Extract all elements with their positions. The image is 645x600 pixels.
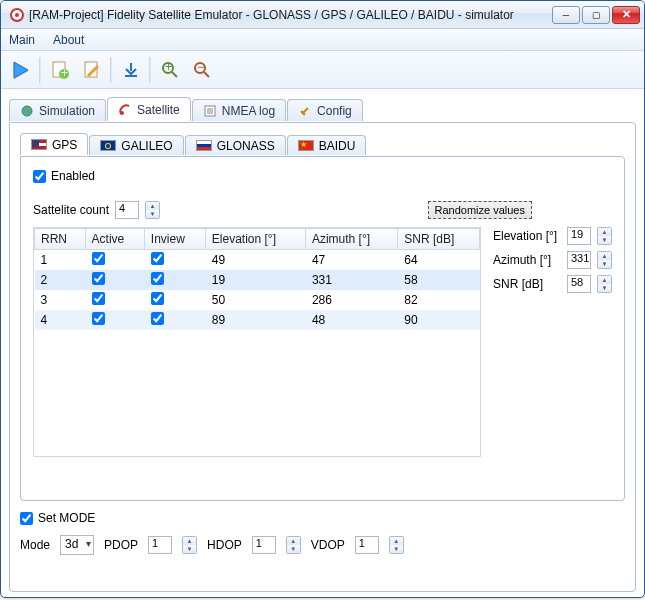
set-mode-checkbox[interactable]: Set MODE — [20, 511, 625, 525]
svg-point-1 — [15, 13, 19, 17]
inview-checkbox[interactable] — [151, 292, 164, 305]
separator — [110, 57, 113, 83]
gps-panel: Enabled Sattelite count 4 ▲▼ Randomize v… — [20, 156, 625, 501]
titlebar: [RAM-Project] Fidelity Satellite Emulato… — [1, 1, 644, 29]
svg-rect-8 — [125, 75, 137, 77]
mode-section: Set MODE Mode 3d PDOP 1▲▼ HDOP 1▲▼ VDOP … — [20, 511, 625, 555]
zoom-out-button[interactable]: − — [188, 56, 216, 84]
subtab-glonass[interactable]: GLONASS — [185, 135, 286, 155]
menubar: Main About — [1, 29, 644, 51]
toolbar: + + − — [1, 51, 644, 89]
inview-checkbox[interactable] — [151, 252, 164, 265]
elev-spinner[interactable]: ▲▼ — [597, 227, 612, 245]
minimize-button[interactable]: ─ — [552, 6, 580, 24]
zoom-in-button[interactable]: + — [156, 56, 184, 84]
satcount-spinner[interactable]: ▲▼ — [145, 201, 160, 219]
tab-config[interactable]: Config — [287, 99, 363, 121]
svg-line-13 — [204, 72, 209, 77]
satellite-icon — [118, 103, 132, 117]
inview-checkbox[interactable] — [151, 272, 164, 285]
tab-simulation[interactable]: Simulation — [9, 99, 106, 121]
new-doc-button[interactable]: + — [46, 56, 74, 84]
svg-text:−: − — [197, 60, 204, 74]
az-spinner[interactable]: ▲▼ — [597, 251, 612, 269]
close-button[interactable]: ✕ — [612, 6, 640, 24]
simulation-icon — [20, 104, 34, 118]
mode-label: Mode — [20, 538, 50, 552]
maximize-button[interactable]: ▢ — [582, 6, 610, 24]
snr-input[interactable]: 58 — [567, 275, 591, 293]
play-button[interactable] — [7, 56, 35, 84]
tab-nmea[interactable]: NMEA log — [192, 99, 286, 121]
satcount-input[interactable]: 4 — [115, 201, 139, 219]
us-flag-icon — [31, 139, 47, 150]
edit-doc-button[interactable] — [78, 56, 106, 84]
ru-flag-icon — [196, 140, 212, 151]
main-tabs: Simulation Satellite NMEA log Config — [9, 97, 636, 122]
col-rrn[interactable]: RRN — [35, 229, 86, 250]
tab-satellite[interactable]: Satellite — [107, 97, 191, 121]
config-icon — [298, 104, 312, 118]
separator — [149, 57, 152, 83]
svg-text:+: + — [165, 60, 172, 74]
vdop-label: VDOP — [311, 538, 345, 552]
hdop-input[interactable]: 1 — [252, 536, 276, 554]
col-snr[interactable]: SNR [dB] — [398, 229, 480, 250]
subtab-galileo[interactable]: GALILEO — [89, 135, 183, 155]
menu-about[interactable]: About — [53, 33, 84, 47]
col-active[interactable]: Active — [85, 229, 144, 250]
hdop-spinner[interactable]: ▲▼ — [286, 536, 301, 554]
app-icon — [9, 7, 25, 23]
active-checkbox[interactable] — [92, 272, 105, 285]
table-row[interactable]: 4894890 — [35, 310, 480, 330]
constellation-tabs: GPS GALILEO GLONASS BAIDU — [20, 133, 625, 156]
log-icon — [203, 104, 217, 118]
cn-flag-icon — [298, 140, 314, 151]
table-row[interactable]: 1494764 — [35, 250, 480, 271]
satellite-detail: Elevation [°]19▲▼ Azimuth [°]331▲▼ SNR [… — [493, 227, 612, 457]
download-button[interactable] — [117, 56, 145, 84]
subtab-gps[interactable]: GPS — [20, 133, 88, 155]
col-az[interactable]: Azimuth [°] — [305, 229, 397, 250]
separator — [39, 57, 42, 83]
subtab-baidu[interactable]: BAIDU — [287, 135, 367, 155]
enabled-checkbox[interactable]: Enabled — [33, 169, 612, 183]
svg-point-15 — [22, 106, 32, 116]
col-elev[interactable]: Elevation [°] — [205, 229, 305, 250]
pdop-spinner[interactable]: ▲▼ — [182, 536, 197, 554]
svg-point-16 — [120, 111, 124, 115]
hdop-label: HDOP — [207, 538, 242, 552]
vdop-input[interactable]: 1 — [355, 536, 379, 554]
satcount-label: Sattelite count — [33, 203, 109, 217]
pdop-label: PDOP — [104, 538, 138, 552]
svg-text:+: + — [61, 66, 68, 80]
active-checkbox[interactable] — [92, 252, 105, 265]
eu-flag-icon — [100, 140, 116, 151]
satellite-table: RRN Active Inview Elevation [°] Azimuth … — [34, 228, 480, 330]
pdop-input[interactable]: 1 — [148, 536, 172, 554]
col-inview[interactable]: Inview — [144, 229, 205, 250]
vdop-spinner[interactable]: ▲▼ — [389, 536, 404, 554]
inview-checkbox[interactable] — [151, 312, 164, 325]
active-checkbox[interactable] — [92, 312, 105, 325]
active-checkbox[interactable] — [92, 292, 105, 305]
mode-select[interactable]: 3d — [60, 535, 94, 555]
snr-spinner[interactable]: ▲▼ — [597, 275, 612, 293]
window-title: [RAM-Project] Fidelity Satellite Emulato… — [29, 8, 552, 22]
table-row[interactable]: 35028682 — [35, 290, 480, 310]
menu-main[interactable]: Main — [9, 33, 35, 47]
elev-input[interactable]: 19 — [567, 227, 591, 245]
svg-marker-2 — [14, 62, 28, 78]
az-input[interactable]: 331 — [567, 251, 591, 269]
randomize-button[interactable]: Randomize values — [428, 201, 533, 219]
satellite-panel: GPS GALILEO GLONASS BAIDU Enabled Sattel… — [9, 122, 636, 592]
table-row[interactable]: 21933158 — [35, 270, 480, 290]
svg-line-10 — [172, 72, 177, 77]
